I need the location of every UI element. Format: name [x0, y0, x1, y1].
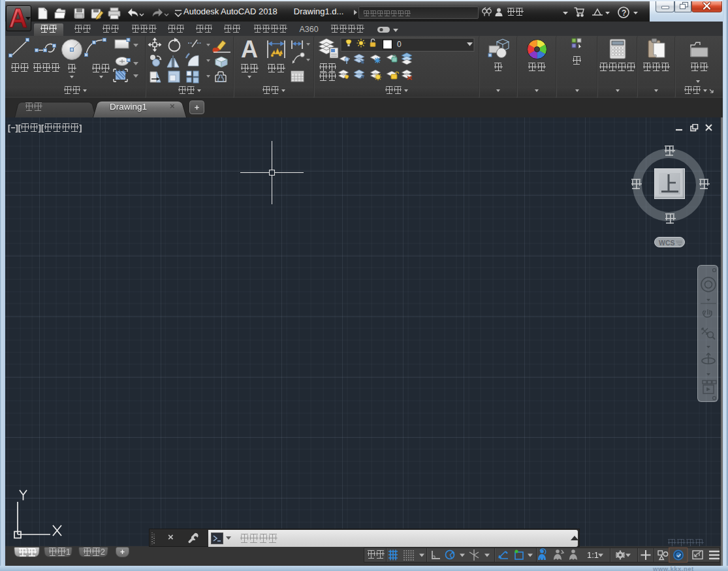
svg-text:?: ?: [622, 8, 626, 18]
svg-text:1:1: 1:1: [587, 550, 599, 560]
svg-text:A: A: [241, 36, 258, 63]
svg-text:0: 0: [397, 40, 402, 49]
